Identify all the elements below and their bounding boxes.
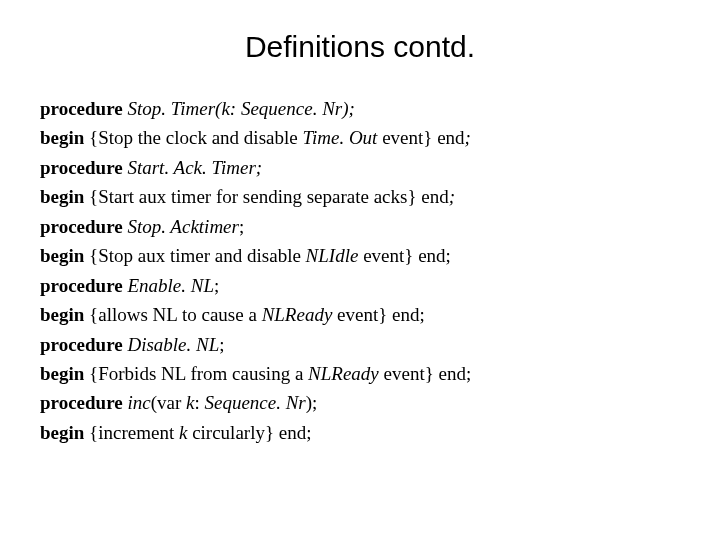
proc-name: Enable. NL <box>127 275 214 296</box>
code-line: begin {increment k circularly} end; <box>40 418 680 447</box>
text: (var <box>151 392 186 413</box>
code-line: begin {allows NL to cause a NLReady even… <box>40 300 680 329</box>
proc-name: Start. Ack. Timer; <box>127 157 262 178</box>
event-name: Time. Out <box>302 127 377 148</box>
text: ; <box>219 334 224 355</box>
code-line: procedure Disable. NL; <box>40 330 680 359</box>
code-line: procedure Start. Ack. Timer; <box>40 153 680 182</box>
text: ; <box>239 216 244 237</box>
code-line: begin {Stop aux timer and disable NLIdle… <box>40 241 680 270</box>
kw-procedure: procedure <box>40 334 127 355</box>
event-name: NLReady <box>262 304 333 325</box>
event-name: NLReady <box>308 363 379 384</box>
slide: Definitions contd. procedure Stop. Timer… <box>0 0 720 540</box>
kw-begin: begin <box>40 363 89 384</box>
text: {increment <box>89 422 179 443</box>
kw-procedure: procedure <box>40 98 127 119</box>
code-line: procedure Stop. Timer(k: Sequence. Nr); <box>40 94 680 123</box>
proc-name: Stop. Timer(k: Sequence. Nr); <box>127 98 354 119</box>
text: {Stop the clock and disable <box>89 127 302 148</box>
event-name: NLIdle <box>306 245 359 266</box>
text: circularly} end; <box>187 422 311 443</box>
text: : <box>194 392 204 413</box>
kw-begin: begin <box>40 186 89 207</box>
text: event} end; <box>332 304 424 325</box>
code-line: procedure Stop. Acktimer; <box>40 212 680 241</box>
slide-title: Definitions contd. <box>40 30 680 64</box>
kw-begin: begin <box>40 245 89 266</box>
text: ; <box>214 275 219 296</box>
text: ; <box>449 186 455 207</box>
kw-begin: begin <box>40 304 89 325</box>
kw-procedure: procedure <box>40 392 127 413</box>
text: event} end; <box>358 245 450 266</box>
slide-body: procedure Stop. Timer(k: Sequence. Nr); … <box>40 94 680 447</box>
code-line: procedure inc(var k: Sequence. Nr); <box>40 388 680 417</box>
proc-name: Stop. Acktimer <box>127 216 239 237</box>
kw-begin: begin <box>40 127 89 148</box>
code-line: begin {Forbids NL from causing a NLReady… <box>40 359 680 388</box>
kw-procedure: procedure <box>40 216 127 237</box>
kw-procedure: procedure <box>40 275 127 296</box>
kw-procedure: procedure <box>40 157 127 178</box>
proc-name: Disable. NL <box>127 334 219 355</box>
text: ; <box>465 127 471 148</box>
text: event} end <box>377 127 464 148</box>
text: {Stop aux timer and disable <box>89 245 306 266</box>
text: event} end; <box>379 363 471 384</box>
type-name: Sequence. Nr <box>204 392 305 413</box>
code-line: procedure Enable. NL; <box>40 271 680 300</box>
text: {Start aux timer for sending separate ac… <box>89 186 449 207</box>
code-line: begin {Stop the clock and disable Time. … <box>40 123 680 152</box>
text: {allows NL to cause a <box>89 304 262 325</box>
kw-begin: begin <box>40 422 89 443</box>
text: {Forbids NL from causing a <box>89 363 308 384</box>
proc-name: inc <box>127 392 150 413</box>
text: ); <box>306 392 318 413</box>
code-line: begin {Start aux timer for sending separ… <box>40 182 680 211</box>
